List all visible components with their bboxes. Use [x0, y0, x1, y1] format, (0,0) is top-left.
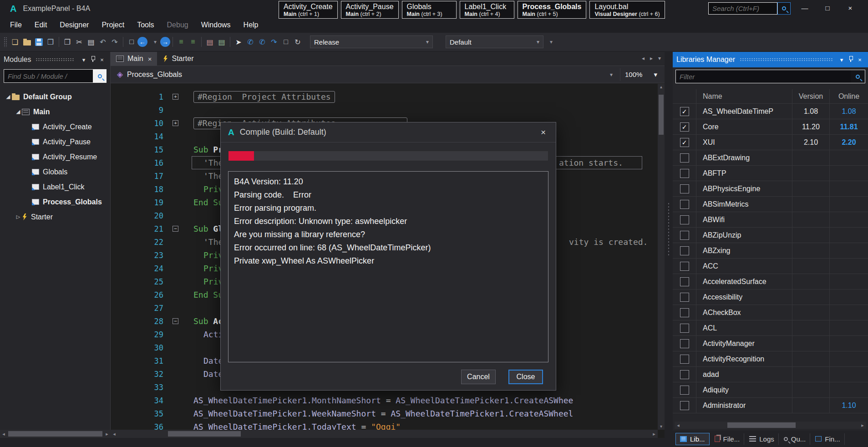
copy-icon[interactable]: ❐: [61, 36, 73, 48]
tab-close-icon[interactable]: ×: [148, 55, 152, 63]
filter-search-button[interactable]: [851, 70, 865, 83]
checkbox-unchecked-icon[interactable]: [680, 231, 689, 240]
fold-expand-icon[interactable]: +: [173, 94, 178, 100]
toolbar-overflow-button[interactable]: ▾: [550, 39, 553, 45]
tree-item-activity_pause[interactable]: Activity_Pause: [0, 134, 110, 149]
library-name[interactable]: ActivityRecognition: [696, 351, 792, 366]
tree-item-main[interactable]: ◢Main: [0, 104, 110, 119]
tree-item-activity_resume[interactable]: Activity_Resume: [0, 149, 110, 164]
dock-tab-logs[interactable]: Logs: [745, 433, 779, 445]
sub-selector-combo[interactable]: ◈ Process_Globals ▾: [113, 68, 616, 81]
library-name[interactable]: adad: [696, 367, 792, 382]
library-name[interactable]: ABExtDrawing: [696, 150, 792, 165]
indent-icon[interactable]: ≡: [175, 36, 187, 48]
find-button[interactable]: [93, 69, 107, 83]
editor-zoom-combo[interactable]: 100% ▾: [620, 68, 662, 81]
menu-tools[interactable]: Tools: [131, 19, 160, 31]
panel-menu-button[interactable]: ▾: [837, 56, 846, 63]
fold-collapse-icon[interactable]: −: [173, 226, 178, 232]
library-name[interactable]: ActivityManager: [696, 336, 792, 351]
quick-tab-process_globals[interactable]: Process_GlobalsMain (ctrl + 5): [518, 1, 587, 19]
scrollbar-thumb[interactable]: [659, 95, 664, 135]
library-name[interactable]: ABWifi: [696, 212, 792, 227]
save-icon[interactable]: [33, 36, 45, 48]
menu-windows[interactable]: Windows: [195, 19, 237, 31]
dialog-close-icon[interactable]: ×: [537, 127, 549, 138]
panel-grip[interactable]: [740, 58, 832, 61]
tab-scroll-right-icon[interactable]: ▸: [650, 55, 653, 61]
close-button[interactable]: Close: [508, 370, 543, 384]
library-name[interactable]: ABZipUnzip: [696, 228, 792, 243]
deploy-configuration-combo[interactable]: Default▾: [446, 36, 543, 48]
scrollbar-thumb[interactable]: [727, 422, 796, 428]
quick-tab-layout.bal[interactable]: Layout.balVisual Designer (ctrl + 6): [589, 1, 665, 19]
tree-item-starter[interactable]: ▷Starter: [0, 209, 110, 224]
minimize-button[interactable]: —: [793, 1, 816, 15]
build-configuration-combo[interactable]: Release▾: [310, 36, 433, 48]
undo-icon[interactable]: ↶: [97, 36, 109, 48]
checkbox-unchecked-icon[interactable]: [680, 339, 689, 348]
checkbox-checked-icon[interactable]: ✓: [680, 107, 689, 116]
uncomment-icon[interactable]: ▤: [216, 36, 228, 48]
pin-icon[interactable]: [88, 56, 97, 63]
cut-icon[interactable]: ✂: [73, 36, 85, 48]
library-name[interactable]: AS_WheelDateTimeP: [696, 104, 792, 119]
resume-icon[interactable]: ↷: [268, 36, 280, 48]
scroll-left-icon[interactable]: ◂: [675, 422, 682, 428]
tree-item-globals[interactable]: Globals: [0, 164, 110, 179]
fold-collapse-icon[interactable]: −: [173, 318, 178, 324]
checkbox-unchecked-icon[interactable]: [680, 169, 689, 178]
collapsed-expander-icon[interactable]: ▷: [15, 214, 22, 220]
panel-menu-button[interactable]: ▾: [79, 56, 88, 63]
comment-icon[interactable]: ▤: [204, 36, 216, 48]
close-button[interactable]: ×: [839, 1, 862, 15]
scroll-right-icon[interactable]: ▸: [859, 422, 866, 428]
modules-horizontal-scrollbar[interactable]: ◂ ▸: [0, 430, 111, 438]
panel-grip[interactable]: [36, 58, 75, 61]
outdent-icon[interactable]: ≡: [187, 36, 199, 48]
library-name[interactable]: AcceleratedSurface: [696, 274, 792, 289]
redo-icon[interactable]: ↷: [109, 36, 121, 48]
stop-icon[interactable]: □: [280, 36, 292, 48]
fold-expand-icon[interactable]: +: [173, 120, 178, 126]
cancel-button[interactable]: Cancel: [461, 370, 496, 384]
library-name[interactable]: Adiquity: [696, 382, 792, 397]
save-all-icon[interactable]: ❒: [45, 36, 56, 48]
checkbox-unchecked-icon[interactable]: [680, 355, 689, 364]
tree-item-process_globals[interactable]: Process_Globals: [0, 194, 110, 209]
bookmark-icon[interactable]: □: [126, 36, 137, 48]
toolbar-grip[interactable]: [4, 37, 7, 47]
library-name[interactable]: ABFTP: [696, 166, 792, 181]
menu-help[interactable]: Help: [237, 19, 265, 31]
navigate-forward-icon[interactable]: →: [160, 37, 170, 47]
editor-tab-main[interactable]: Main×: [111, 52, 157, 66]
filter-input[interactable]: [675, 70, 851, 83]
checkbox-unchecked-icon[interactable]: [680, 370, 689, 379]
checkbox-checked-icon[interactable]: ✓: [680, 138, 689, 147]
navigate-back-icon[interactable]: ←: [137, 37, 147, 47]
checkbox-unchecked-icon[interactable]: [680, 246, 689, 255]
tab-scroll-left-icon[interactable]: ◂: [642, 55, 645, 61]
scroll-left-icon[interactable]: ◂: [0, 431, 7, 437]
pin-icon[interactable]: [846, 56, 855, 63]
tab-list-icon[interactable]: ▾: [658, 55, 661, 61]
library-name[interactable]: ACheckBox: [696, 305, 792, 320]
maximize-button[interactable]: □: [816, 1, 839, 15]
quick-tab-globals[interactable]: GlobalsMain (ctrl + 3): [402, 1, 457, 19]
dock-tab-lib[interactable]: Lib...: [675, 433, 710, 445]
library-name[interactable]: ACL: [696, 320, 792, 335]
scroll-right-icon[interactable]: ▸: [103, 431, 111, 437]
editor-tab-starter[interactable]: Starter: [157, 52, 199, 66]
dock-tab-fin[interactable]: Fin...: [811, 433, 844, 445]
quick-tab-activity_pause[interactable]: Activity_PauseMain (ctrl + 2): [341, 1, 399, 19]
scrollbar-thumb[interactable]: [8, 431, 102, 437]
library-name[interactable]: ABPhysicsEngine: [696, 181, 792, 196]
scroll-down-icon[interactable]: ▾: [658, 423, 665, 430]
close-icon[interactable]: ×: [855, 56, 864, 63]
library-name[interactable]: ABZxing: [696, 243, 792, 258]
menu-designer[interactable]: Designer: [53, 19, 95, 31]
library-name[interactable]: ABSimMetrics: [696, 197, 792, 212]
run-icon[interactable]: ➤: [233, 36, 244, 48]
checkbox-unchecked-icon[interactable]: [680, 215, 689, 224]
search-button[interactable]: [777, 2, 791, 15]
